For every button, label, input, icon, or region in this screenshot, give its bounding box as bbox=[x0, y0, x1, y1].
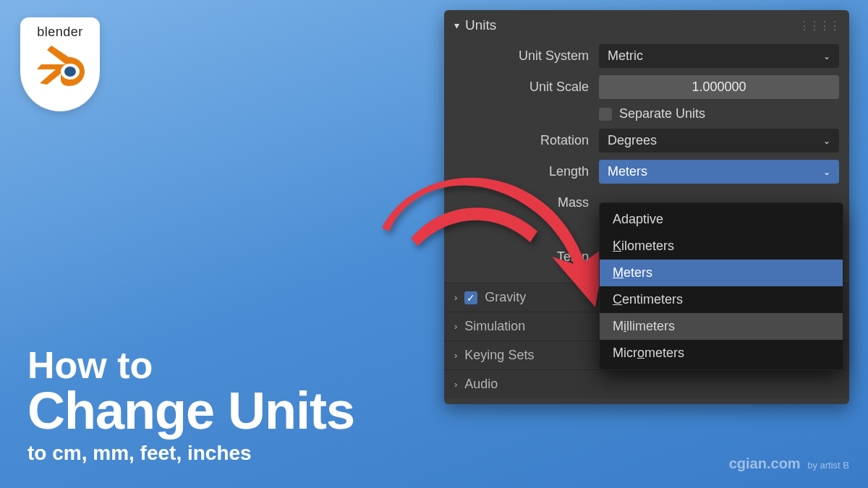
rotation-value: Degrees bbox=[608, 133, 657, 148]
menu-centimeters[interactable]: Centimeters bbox=[600, 286, 843, 313]
title-line3: to cm, mm, feet, inches bbox=[27, 442, 354, 465]
credit-by: by artist B bbox=[807, 460, 849, 471]
menu-micrometers[interactable]: Micrometers bbox=[600, 340, 843, 367]
simulation-label: Simulation bbox=[464, 319, 525, 334]
title-line2: Change Units bbox=[27, 384, 354, 439]
blender-logo-badge: blender bbox=[20, 17, 100, 111]
chevron-down-icon: ⌄ bbox=[823, 167, 830, 177]
length-label: Length bbox=[454, 164, 599, 179]
unit-system-value: Metric bbox=[608, 48, 643, 64]
panel-header[interactable]: ▾ Units ⋮⋮⋮⋮ bbox=[444, 10, 849, 40]
rotation-dropdown[interactable]: Degrees ⌄ bbox=[599, 129, 839, 153]
unit-system-label: Unit System bbox=[454, 48, 599, 64]
length-dropdown[interactable]: Meters ⌄ bbox=[599, 160, 839, 184]
menu-kilometers[interactable]: Kilometers bbox=[600, 233, 843, 260]
credit-site: cgian.com bbox=[729, 455, 801, 471]
units-panel: ▾ Units ⋮⋮⋮⋮ Unit System Metric ⌄ Unit S… bbox=[444, 10, 849, 404]
separate-units-label: Separate Units bbox=[619, 106, 705, 121]
length-value: Meters bbox=[608, 164, 647, 179]
gravity-label: Gravity bbox=[485, 290, 526, 305]
separate-units-row: Separate Units bbox=[444, 103, 849, 125]
length-row: Length Meters ⌄ bbox=[444, 156, 849, 187]
collapse-icon: ▾ bbox=[454, 20, 459, 31]
audio-section[interactable]: › Audio bbox=[444, 369, 849, 398]
separate-units-checkbox[interactable] bbox=[599, 108, 612, 121]
blender-logo-text: blender bbox=[37, 25, 83, 40]
rotation-row: Rotation Degrees ⌄ bbox=[444, 125, 849, 156]
audio-label: Audio bbox=[464, 377, 498, 392]
rotation-label: Rotation bbox=[454, 133, 599, 148]
mass-label: Mass bbox=[454, 195, 599, 210]
unit-system-row: Unit System Metric ⌄ bbox=[444, 40, 849, 72]
tutorial-title: How to Change Units to cm, mm, feet, inc… bbox=[27, 346, 354, 465]
unit-scale-field[interactable]: 1.000000 bbox=[599, 75, 839, 99]
panel-title: Units bbox=[465, 17, 799, 33]
chevron-right-icon: › bbox=[454, 321, 457, 332]
chevron-right-icon: › bbox=[454, 379, 457, 390]
title-line1: How to bbox=[27, 346, 354, 384]
credit: cgian.com by artist B bbox=[729, 455, 849, 472]
temperature-label: Temp bbox=[454, 249, 599, 265]
length-dropdown-menu: Adaptive Kilometers Meters Centimeters M… bbox=[599, 202, 843, 370]
blender-logo-icon bbox=[34, 44, 86, 92]
chevron-down-icon: ⌄ bbox=[823, 136, 830, 146]
unit-scale-row: Unit Scale 1.000000 bbox=[444, 72, 849, 103]
chevron-down-icon: ⌄ bbox=[823, 51, 830, 61]
unit-system-dropdown[interactable]: Metric ⌄ bbox=[599, 44, 839, 68]
menu-meters[interactable]: Meters bbox=[600, 260, 843, 286]
keying-label: Keying Sets bbox=[464, 348, 534, 363]
gravity-checkbox[interactable]: ✓ bbox=[464, 291, 477, 304]
menu-millimeters[interactable]: Millimeters bbox=[600, 313, 843, 340]
chevron-right-icon: › bbox=[454, 350, 457, 361]
unit-scale-label: Unit Scale bbox=[454, 80, 599, 95]
grip-icon[interactable]: ⋮⋮⋮⋮ bbox=[799, 19, 839, 33]
svg-point-1 bbox=[64, 67, 76, 77]
menu-adaptive[interactable]: Adaptive bbox=[600, 206, 843, 233]
chevron-right-icon: › bbox=[454, 292, 457, 303]
